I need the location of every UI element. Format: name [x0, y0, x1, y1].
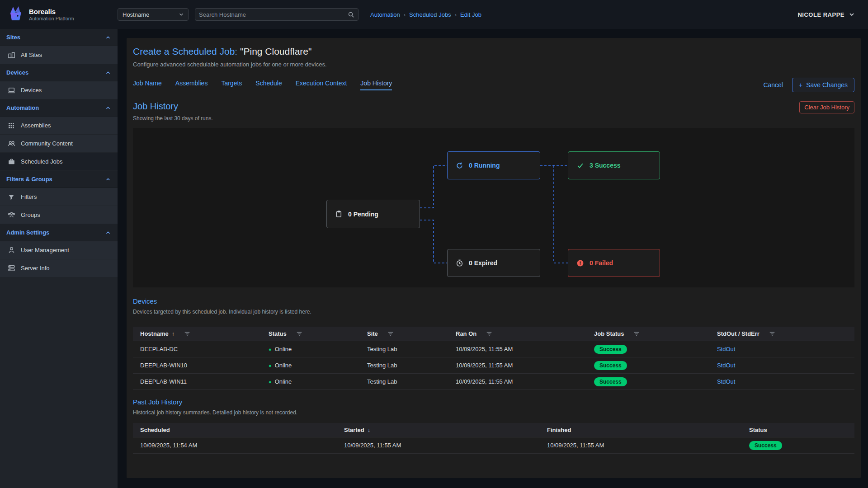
- device-row: DEEPLAB-WIN11 ●Online Testing Lab 10/09/…: [133, 374, 854, 390]
- flow-expired-label: 0 Expired: [469, 259, 497, 267]
- flow-box-success[interactable]: 3 Success: [568, 151, 660, 179]
- tab-job-name[interactable]: Job Name: [133, 80, 162, 90]
- filter-icon[interactable]: [296, 331, 302, 337]
- col-job-status[interactable]: Job Status: [587, 330, 710, 337]
- tab-assemblies[interactable]: Assemblies: [175, 80, 208, 90]
- laptop-icon: [7, 86, 15, 94]
- chevron-up-icon: [105, 105, 111, 111]
- flow-box-expired[interactable]: 0 Expired: [447, 249, 540, 277]
- clipboard-icon: [335, 210, 343, 218]
- save-changes-button[interactable]: + Save Changes: [792, 78, 854, 92]
- sidebar-section-devices[interactable]: Devices: [0, 64, 118, 81]
- device-site: Testing Lab: [360, 378, 448, 385]
- cancel-button[interactable]: Cancel: [763, 81, 783, 89]
- device-row: DEEPLAB-WIN10 ●Online Testing Lab 10/09/…: [133, 357, 854, 374]
- sidebar-item-devices[interactable]: Devices: [0, 81, 118, 99]
- breadcrumb-edit-job[interactable]: Edit Job: [460, 11, 481, 18]
- col-started[interactable]: Started ↓: [337, 427, 540, 433]
- sidebar-section-filters-groups[interactable]: Filters & Groups: [0, 171, 118, 188]
- stdout-link[interactable]: StdOut: [717, 378, 735, 385]
- breadcrumb-scheduled-jobs[interactable]: Scheduled Jobs: [409, 11, 451, 18]
- sidebar-item-label: All Sites: [21, 52, 42, 58]
- col-status[interactable]: Status: [261, 330, 360, 337]
- job-status-flow-diagram: 0 Pending 0 Running 3 Success 0 Expired …: [133, 128, 854, 287]
- sort-descending-icon[interactable]: ↓: [368, 427, 371, 433]
- groups-icon: [7, 211, 15, 219]
- device-site: Testing Lab: [360, 346, 448, 352]
- col-stdout-stderr[interactable]: StdOut / StdErr: [710, 330, 854, 337]
- funnel-icon: [7, 193, 15, 201]
- tab-targets[interactable]: Targets: [221, 80, 242, 90]
- filter-icon[interactable]: [184, 331, 190, 337]
- online-dot-icon: ●: [269, 379, 272, 385]
- col-finished[interactable]: Finished: [540, 427, 742, 433]
- user-icon: [7, 246, 15, 254]
- online-dot-icon: ●: [269, 363, 272, 368]
- search-input[interactable]: [199, 11, 348, 18]
- flow-box-failed[interactable]: 0 Failed: [568, 249, 660, 277]
- device-hostname: DEEPLAB-DC: [133, 346, 261, 352]
- sidebar-item-user-management[interactable]: User Management: [0, 241, 118, 259]
- sidebar-section-admin-settings[interactable]: Admin Settings: [0, 224, 118, 241]
- breadcrumb-automation[interactable]: Automation: [370, 11, 400, 18]
- people-icon: [7, 140, 15, 147]
- chevron-up-icon: [105, 70, 111, 76]
- col-ran-on[interactable]: Ran On: [448, 330, 587, 337]
- device-stdout: StdOut: [710, 378, 854, 385]
- clear-job-history-button[interactable]: Clear Job History: [799, 101, 854, 113]
- tab-schedule[interactable]: Schedule: [255, 80, 282, 90]
- col-site[interactable]: Site: [360, 330, 448, 337]
- tab-execution-context[interactable]: Execution Context: [296, 80, 347, 90]
- device-stdout: StdOut: [710, 346, 854, 352]
- sidebar-item-assemblies[interactable]: Assemblies: [0, 117, 118, 135]
- tabs-row: Job Name Assemblies Targets Schedule Exe…: [133, 78, 854, 92]
- device-job-status: Success: [587, 377, 710, 386]
- page-title: Create a Scheduled Job: "Ping Cloudflare…: [133, 46, 854, 57]
- sidebar-section-sites[interactable]: Sites: [0, 29, 118, 46]
- user-menu[interactable]: NICOLE RAPPE: [797, 11, 868, 18]
- devices-heading: Devices: [133, 297, 854, 305]
- stdout-link[interactable]: StdOut: [717, 362, 735, 369]
- filter-icon[interactable]: [486, 331, 492, 337]
- sidebar-item-label: Server Info: [21, 265, 50, 272]
- past-history-table: Scheduled Started ↓ Finished Status 10/0…: [133, 423, 854, 454]
- col-hostname[interactable]: Hostname ↑: [133, 330, 261, 337]
- sidebar-item-filters[interactable]: Filters: [0, 188, 118, 206]
- filter-icon[interactable]: [387, 331, 394, 337]
- sidebar-item-server-info[interactable]: Server Info: [0, 259, 118, 277]
- edit-job-panel: Create a Scheduled Job: "Ping Cloudflare…: [127, 38, 861, 478]
- tab-job-history[interactable]: Job History: [360, 80, 392, 90]
- flow-running-label: 0 Running: [469, 162, 500, 169]
- flow-box-running[interactable]: 0 Running: [447, 151, 540, 179]
- col-scheduled[interactable]: Scheduled: [133, 427, 337, 433]
- past-history-row: 10/09/2025, 11:54 AM 10/09/2025, 11:55 A…: [133, 437, 854, 454]
- col-status[interactable]: Status: [742, 427, 854, 433]
- device-status: ●Online: [261, 346, 360, 352]
- past-started: 10/09/2025, 11:55 AM: [337, 442, 540, 449]
- sort-ascending-icon[interactable]: ↑: [172, 330, 175, 337]
- search-icon[interactable]: [348, 11, 354, 18]
- sidebar-item-groups[interactable]: Groups: [0, 206, 118, 224]
- hostname-dropdown-value: Hostname: [123, 11, 149, 18]
- error-icon: [576, 259, 584, 267]
- sidebar-section-automation[interactable]: Automation: [0, 99, 118, 117]
- stdout-link[interactable]: StdOut: [717, 346, 735, 352]
- filter-icon[interactable]: [769, 331, 775, 337]
- sidebar-item-label: User Management: [21, 247, 69, 253]
- sidebar-item-scheduled-jobs[interactable]: Scheduled Jobs: [0, 153, 118, 171]
- device-hostname: DEEPLAB-WIN10: [133, 362, 261, 369]
- brand-title: Borealis: [29, 8, 74, 16]
- past-scheduled: 10/09/2025, 11:54 AM: [133, 442, 337, 449]
- chevron-down-icon: [178, 11, 184, 18]
- flow-box-pending[interactable]: 0 Pending: [326, 200, 420, 228]
- sidebar-item-community-content[interactable]: Community Content: [0, 135, 118, 153]
- sidebar-item-all-sites[interactable]: All Sites: [0, 46, 118, 64]
- hostname-dropdown[interactable]: Hostname: [118, 8, 189, 21]
- status-badge: Success: [594, 377, 627, 386]
- sync-icon: [456, 162, 463, 169]
- flow-pending-label: 0 Pending: [348, 211, 378, 218]
- brand: Borealis Automation Platform: [0, 5, 118, 23]
- filter-icon[interactable]: [633, 331, 640, 337]
- device-ran-on: 10/09/2025, 11:55 AM: [448, 346, 587, 352]
- job-history-subheading: Showing the last 30 days of runs.: [133, 115, 213, 122]
